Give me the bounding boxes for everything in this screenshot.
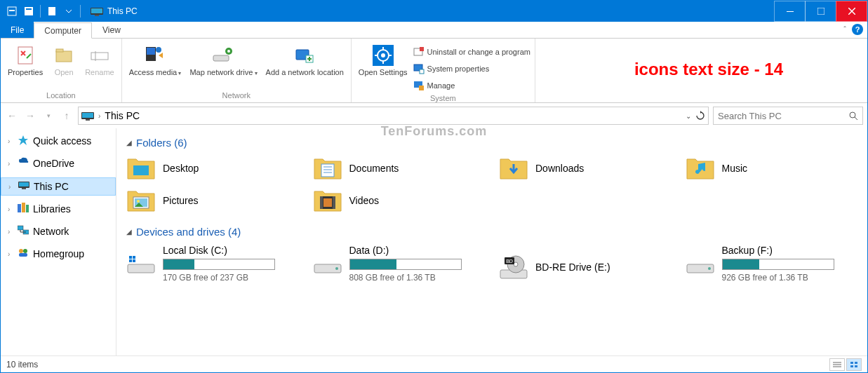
- documents-icon: [313, 156, 342, 181]
- search-icon[interactable]: [848, 111, 858, 121]
- drives-grid: Local Disk (C:) 170 GB free of 237 GB Da…: [126, 245, 857, 283]
- window-title: This PC: [107, 6, 138, 16]
- collapse-icon[interactable]: ◢: [126, 228, 132, 236]
- sidebar-item-libraries[interactable]: › Libraries: [1, 201, 116, 217]
- svg-rect-55: [321, 164, 334, 177]
- folder-videos[interactable]: Videos: [313, 188, 486, 213]
- downloads-icon: [499, 156, 528, 181]
- svg-rect-12: [56, 49, 63, 52]
- address-bar[interactable]: › This PC ⌄: [78, 107, 709, 125]
- sidebar-item-network[interactable]: › Network: [1, 223, 116, 240]
- folder-desktop[interactable]: Desktop: [126, 156, 299, 181]
- address-dropdown-icon[interactable]: ⌄: [686, 112, 691, 120]
- svg-rect-86: [850, 365, 853, 367]
- svg-rect-31: [420, 47, 424, 51]
- tab-view[interactable]: View: [92, 22, 131, 38]
- expand-icon[interactable]: ›: [8, 228, 15, 236]
- drive-local-c[interactable]: Local Disk (C:) 170 GB free of 237 GB: [126, 245, 299, 283]
- svg-rect-3: [26, 8, 32, 10]
- collapse-icon[interactable]: ◢: [126, 139, 132, 147]
- svg-rect-2: [25, 7, 33, 15]
- qat-new-icon[interactable]: [44, 4, 60, 19]
- this-pc-icon: [18, 180, 31, 193]
- refresh-icon[interactable]: [695, 111, 705, 121]
- main-body: › Quick access › OneDrive › This PC › Li…: [1, 128, 867, 355]
- pictures-icon: [126, 188, 156, 213]
- videos-icon: [313, 188, 342, 213]
- drive-usage-bar: [349, 259, 462, 270]
- qat-dropdown-icon[interactable]: [61, 4, 76, 19]
- folder-pictures[interactable]: Pictures: [126, 188, 299, 213]
- drives-section-header[interactable]: ◢ Devices and drives (4): [126, 226, 857, 238]
- access-media-button[interactable]: Access media ▾: [126, 43, 185, 79]
- system-properties-button[interactable]: System properties: [413, 61, 530, 76]
- sidebar-item-homegroup[interactable]: › Homegroup: [1, 245, 116, 262]
- group-label-system: System: [356, 93, 530, 104]
- rename-button[interactable]: Rename: [82, 43, 117, 79]
- folder-downloads[interactable]: Downloads: [499, 156, 672, 181]
- sidebar-item-this-pc[interactable]: › This PC: [1, 177, 116, 196]
- expand-icon[interactable]: ›: [8, 137, 15, 145]
- search-input[interactable]: [718, 111, 848, 121]
- folder-documents[interactable]: Documents: [313, 156, 486, 181]
- tab-computer[interactable]: Computer: [34, 22, 92, 39]
- svg-rect-87: [855, 365, 857, 367]
- svg-rect-13: [91, 53, 108, 60]
- uninstall-program-button[interactable]: Uninstall or change a program: [413, 44, 530, 60]
- drive-data-d[interactable]: Data (D:) 808 GB free of 1.36 TB: [313, 245, 486, 283]
- svg-rect-84: [850, 362, 853, 364]
- expand-icon[interactable]: ›: [8, 250, 15, 258]
- group-label-location: Location: [5, 90, 117, 101]
- svg-point-80: [708, 267, 711, 270]
- nav-up-button[interactable]: ↑: [60, 110, 74, 121]
- tab-file[interactable]: File: [1, 22, 34, 38]
- svg-rect-65: [323, 198, 332, 207]
- maximize-button[interactable]: [805, 1, 836, 22]
- drive-backup-f[interactable]: Backup (F:) 926 GB free of 1.36 TB: [686, 245, 858, 283]
- view-icons-button[interactable]: [846, 358, 862, 371]
- svg-text:BD: BD: [506, 259, 513, 264]
- open-settings-button[interactable]: Open Settings: [356, 43, 410, 79]
- drive-icon: [313, 255, 342, 280]
- address-path[interactable]: This PC: [105, 110, 686, 121]
- drive-name: Backup (F:): [722, 245, 858, 256]
- svg-rect-70: [129, 259, 132, 262]
- expand-icon[interactable]: ›: [8, 183, 15, 191]
- drive-bdre-e[interactable]: BD BD-RE Drive (E:): [499, 252, 672, 283]
- view-details-button[interactable]: [829, 358, 845, 371]
- svg-rect-85: [855, 362, 857, 364]
- help-icon[interactable]: ?: [852, 24, 863, 35]
- network-icon: [18, 225, 30, 238]
- open-button[interactable]: Open: [48, 43, 79, 79]
- nav-forward-button[interactable]: →: [23, 110, 37, 121]
- properties-button[interactable]: Properties: [5, 43, 46, 79]
- sidebar-item-onedrive[interactable]: › OneDrive: [1, 155, 116, 172]
- qat-icon-back[interactable]: [4, 4, 20, 19]
- ribbon-collapse-icon[interactable]: ˆ: [843, 25, 846, 34]
- svg-point-73: [335, 267, 338, 270]
- qat-properties-icon[interactable]: [21, 4, 36, 19]
- expand-icon[interactable]: ›: [8, 160, 15, 168]
- svg-rect-33: [420, 69, 424, 74]
- search-box[interactable]: [713, 107, 863, 125]
- sidebar-item-quick-access[interactable]: › Quick access: [1, 133, 116, 149]
- minimize-button[interactable]: [774, 1, 806, 22]
- svg-rect-37: [82, 113, 93, 118]
- svg-rect-71: [133, 259, 135, 262]
- manage-button[interactable]: Manage: [413, 78, 530, 93]
- folder-music[interactable]: Music: [686, 156, 858, 181]
- expand-icon[interactable]: ›: [8, 205, 15, 213]
- svg-rect-38: [86, 119, 90, 121]
- folders-section-header[interactable]: ◢ Folders (6): [126, 137, 857, 149]
- breadcrumb-sep[interactable]: ›: [98, 112, 100, 120]
- ribbon-group-location: Properties Open Rename Location: [1, 39, 122, 102]
- add-network-location-button[interactable]: Add a network location: [263, 43, 347, 79]
- svg-rect-66: [128, 264, 154, 273]
- ribbon: Properties Open Rename Location Access m…: [1, 39, 867, 103]
- nav-recent-dropdown[interactable]: ▾: [41, 112, 55, 119]
- close-button[interactable]: [836, 1, 867, 22]
- navigation-row: ← → ▾ ↑ › This PC ⌄: [1, 103, 867, 128]
- nav-back-button[interactable]: ←: [5, 110, 19, 121]
- map-network-drive-button[interactable]: Map network drive ▾: [187, 43, 260, 79]
- svg-rect-44: [18, 204, 21, 212]
